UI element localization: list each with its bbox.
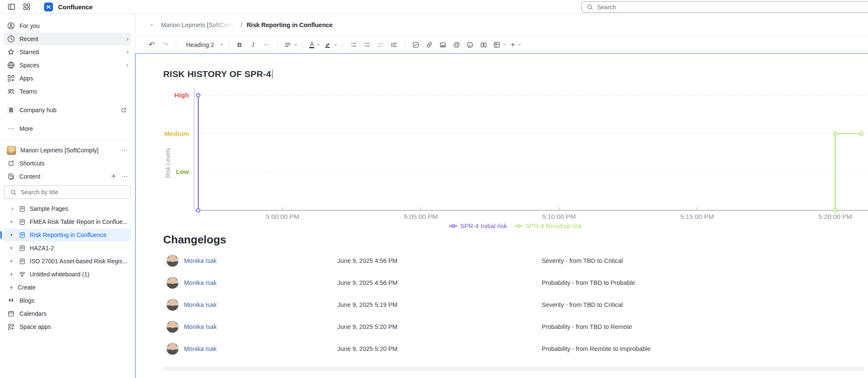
clock-icon	[7, 35, 15, 43]
outdent-button[interactable]	[374, 39, 387, 51]
document-heading[interactable]: RISK HISTORY OF SPR-4	[163, 69, 868, 79]
alignment-button[interactable]	[282, 39, 298, 51]
svg-text:2: 2	[364, 44, 366, 47]
sidebar-item-for-you[interactable]: For you	[3, 19, 131, 32]
calendar-icon	[7, 309, 15, 318]
search-input[interactable]	[597, 4, 835, 11]
text-color-button[interactable]: A	[307, 39, 321, 51]
sidebar-item-more[interactable]: ⋯ More	[3, 122, 131, 135]
breadcrumb-current[interactable]: Risk Reporting in Confluence	[247, 22, 333, 28]
editor-surface[interactable]: RISK HISTORY OF SPR-4 5:00:00 PM5:05:00 …	[135, 53, 868, 378]
changelog-change: Severity - from TBD to Critical	[542, 301, 868, 308]
tree-item-label: Untitled whiteboard (1)	[30, 271, 89, 278]
legend-item[interactable]: SPR-4 Residual risk	[515, 222, 582, 229]
tree-item-untitled-whiteboard[interactable]: Untitled whiteboard (1)	[3, 268, 131, 281]
chevron-down-icon	[504, 43, 506, 46]
indent-button[interactable]	[388, 39, 401, 51]
changelog-user-link[interactable]: Monika Isak	[184, 257, 217, 264]
sidebar-item-company-hub[interactable]: Company hub	[3, 104, 131, 116]
italic-button[interactable]: I	[247, 39, 259, 51]
sidebar-item-space-apps[interactable]: Space apps	[3, 320, 131, 333]
sidebar-item-label: Space apps	[19, 323, 128, 330]
changelogs-heading: Changelogs	[163, 233, 868, 246]
sidebar-item-teams[interactable]: Teams	[3, 85, 131, 98]
create-page-button[interactable]: Create	[3, 281, 131, 294]
changelog-date: June 9, 2025 5:19 PM	[337, 301, 542, 308]
tree-item-sample-pages[interactable]: Sample Pages	[3, 202, 131, 215]
table-button[interactable]	[491, 39, 507, 51]
text-caret	[272, 69, 273, 79]
changelog-row: Monika Isak June 9, 2025 4:56 PM Probabi…	[163, 272, 868, 294]
text-style-dropdown[interactable]: Heading 2	[181, 39, 224, 51]
sidebar-item-apps[interactable]: Apps	[3, 72, 131, 85]
changelog-user-link[interactable]: Monika Isak	[184, 323, 217, 330]
legend-item[interactable]: SPR-4 Initial risk	[449, 222, 507, 229]
link-button[interactable]	[423, 39, 436, 51]
changelog-date: June 9, 2025 4:56 PM	[337, 279, 542, 286]
tree-item-haza1-2[interactable]: HAZA1-2	[3, 242, 131, 254]
chevron-down-icon	[294, 43, 297, 46]
global-search[interactable]	[581, 1, 868, 13]
chevron-down-icon[interactable]	[146, 20, 156, 30]
chevron-right-icon	[125, 63, 128, 66]
sidebar-item-spaces[interactable]: Spaces	[3, 59, 131, 72]
space-avatar	[7, 146, 16, 155]
add-content-icon[interactable]	[110, 173, 117, 181]
changelog-row: Monika Isak June 9, 2025 5:20 PM Probabi…	[163, 316, 868, 338]
sidebar-item-calendars[interactable]: Calendars	[3, 307, 131, 320]
space-more-icon[interactable]: ⋯	[121, 146, 128, 154]
more-formatting-button[interactable]: ⋯	[260, 39, 273, 51]
chevron-right-icon[interactable]	[8, 208, 14, 210]
task-list-button[interactable]	[409, 39, 422, 51]
tree-item-iso-27001[interactable]: ISO 27001 Asset-based Risk Regis...	[3, 255, 131, 268]
sidebar-item-label: For you	[19, 22, 128, 29]
mention-button[interactable]: @	[450, 39, 463, 51]
bullet-icon	[11, 221, 12, 223]
space-header[interactable]: Marion Lepmets [SoftComply] ⋯	[3, 144, 131, 157]
x-tick-label: 5:20:00 PM	[818, 213, 852, 220]
sidebar-item-recent[interactable]: Recent	[3, 33, 131, 45]
sidebar-item-label: Shortcuts	[19, 160, 128, 167]
bullet-list-button[interactable]	[347, 39, 360, 51]
tree-item-fmea-report[interactable]: FMEA Risk Table Report in Conflue...	[3, 215, 131, 228]
undo-button[interactable]: ↶	[145, 39, 158, 51]
bold-button[interactable]: B	[233, 39, 246, 51]
layouts-button[interactable]	[477, 39, 490, 51]
redo-button[interactable]: ↷	[159, 39, 172, 51]
space-name: Marion Lepmets [SoftComply]	[20, 147, 117, 154]
content-search-input[interactable]	[21, 189, 118, 196]
content-more-icon[interactable]: ⋯	[121, 173, 128, 180]
changelog-date: June 9, 2025 4:56 PM	[337, 257, 542, 264]
app-switcher-icon[interactable]	[21, 1, 32, 12]
changelog-list: Monika Isak June 9, 2025 4:56 PM Severit…	[163, 250, 868, 360]
changelog-change: Probability - from TBD to Remote	[542, 323, 868, 330]
insert-button[interactable]: +	[508, 39, 522, 51]
sidebar-item-blogs[interactable]: Blogs	[3, 294, 131, 307]
collapse-sidebar-icon[interactable]	[6, 1, 17, 12]
star-icon	[7, 48, 15, 56]
sidebar-item-starred[interactable]: Starred	[3, 46, 131, 58]
bullet-icon	[11, 273, 12, 275]
changelog-user-link[interactable]: Monika Isak	[184, 301, 217, 308]
highlight-color-button[interactable]	[322, 39, 338, 51]
tree-item-label: Risk Reporting in Confluence	[30, 232, 106, 238]
tree-item-risk-reporting[interactable]: Risk Reporting in Confluence	[3, 229, 131, 241]
chevron-right-icon	[125, 37, 128, 40]
sidebar-item-content[interactable]: Content ⋯	[3, 170, 131, 183]
more-icon: ⋯	[7, 124, 15, 133]
changelog-user-link[interactable]: Monika Isak	[184, 345, 217, 352]
content-icon	[7, 172, 15, 181]
sidebar-item-shortcuts[interactable]: Shortcuts	[3, 157, 131, 170]
sidebar-item-label: Starred	[19, 49, 122, 55]
y-axis-title: Risk Levels	[164, 148, 171, 178]
breadcrumb-parent[interactable]: Marion Lepmets [SoftComply]	[161, 22, 236, 28]
changelog-user-link[interactable]: Monika Isak	[184, 279, 217, 286]
changelog-date: June 9, 2025 5:20 PM	[337, 323, 542, 330]
content-search[interactable]	[4, 185, 131, 199]
emoji-button[interactable]	[464, 39, 476, 51]
tree-item-label: ISO 27001 Asset-based Risk Regis...	[30, 258, 127, 265]
editor-toolbar: ↶ ↷ Heading 2 B I ⋯ A	[135, 36, 868, 53]
numbered-list-button[interactable]: 1 2	[361, 39, 373, 51]
image-button[interactable]	[437, 39, 449, 51]
confluence-logo-icon[interactable]	[44, 3, 53, 11]
